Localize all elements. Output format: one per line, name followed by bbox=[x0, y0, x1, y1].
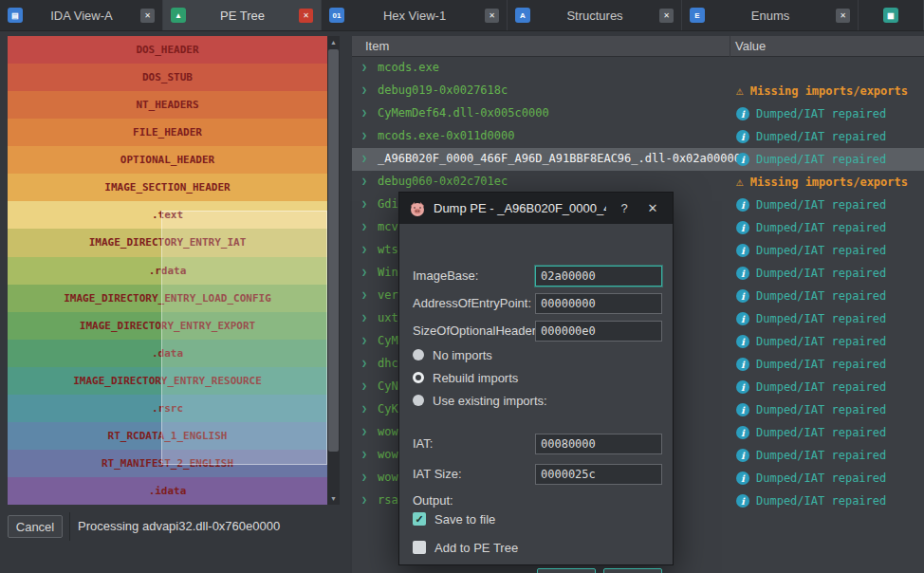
status-text: Dumped/IAT repaired bbox=[756, 449, 886, 462]
close-icon[interactable]: ✕ bbox=[642, 201, 663, 215]
pe-map-band-label: DOS_STUB bbox=[142, 71, 193, 83]
hex-value-input[interactable] bbox=[535, 321, 662, 342]
tab[interactable]: ▲ PE Tree ✕ bbox=[163, 0, 322, 30]
tab[interactable]: ▤ IDA View-A ✕ bbox=[0, 0, 163, 30]
radio-row[interactable]: No imports bbox=[399, 343, 673, 366]
scrollbar-thumb[interactable] bbox=[328, 49, 339, 452]
info-icon: i bbox=[736, 335, 749, 348]
checkbox-label: Add to PE Tree bbox=[434, 541, 518, 555]
pe-map-band[interactable]: .idata bbox=[8, 477, 327, 505]
tab[interactable]: ▦ ✕ bbox=[859, 0, 924, 30]
chevron-right-icon[interactable]: ❯ bbox=[361, 471, 367, 482]
radio-icon[interactable] bbox=[413, 395, 424, 406]
pe-map-band[interactable]: DOS_HEADER bbox=[8, 36, 327, 64]
processing-cancel-button[interactable]: Cancel bbox=[8, 515, 63, 538]
scroll-down-icon[interactable]: ▼ bbox=[327, 492, 340, 505]
hex-value-input[interactable] bbox=[535, 266, 662, 286]
pe-map-band[interactable]: IMAGE_SECTION_HEADER bbox=[8, 174, 327, 201]
checkbox-row[interactable]: ✓ Add to PE Tree bbox=[399, 533, 673, 562]
status-bar: Cancel Processing advapi32.dll-0x760e000… bbox=[0, 505, 347, 573]
chevron-right-icon[interactable]: ❯ bbox=[361, 335, 367, 345]
table-row[interactable]: ❯ CyMemDef64.dll-0x005c0000 i ⚠ Dumped/I… bbox=[352, 102, 924, 125]
status-text: Missing imports/exports bbox=[750, 84, 908, 98]
tab-label: IDA View-A bbox=[23, 9, 140, 23]
tree-item-label: CyMemDef64.dll-0x005c0000 bbox=[378, 106, 549, 120]
chevron-right-icon[interactable]: ❯ bbox=[361, 267, 367, 277]
hex-value-input[interactable] bbox=[535, 293, 662, 314]
tree-item-value: i ⚠ Dumped/IAT repaired bbox=[736, 241, 886, 260]
dialog-title: Dump PE - _A96B020F_0000_4... bbox=[434, 201, 606, 215]
tab-close-icon[interactable]: ✕ bbox=[659, 9, 674, 23]
chevron-right-icon[interactable]: ❯ bbox=[361, 403, 367, 414]
status-text: Dumped/IAT repaired bbox=[756, 426, 886, 439]
checkbox-icon[interactable]: ✓ bbox=[413, 512, 426, 526]
table-row[interactable]: ❯ mcods.exe i ⚠ bbox=[352, 57, 924, 80]
pe-map-band[interactable]: NT_HEADERS bbox=[8, 91, 327, 119]
chevron-right-icon[interactable]: ❯ bbox=[361, 62, 367, 72]
status-text: Dumped/IAT repaired bbox=[756, 403, 886, 416]
chevron-right-icon[interactable]: ❯ bbox=[361, 130, 367, 140]
tree-item-label: mcods.exe bbox=[378, 61, 439, 74]
tab-icon: E bbox=[690, 8, 705, 23]
checkbox-row[interactable]: ✓ Save to file bbox=[399, 505, 673, 533]
tab[interactable]: E Enums ✕ bbox=[682, 0, 859, 30]
column-header-item[interactable]: Item bbox=[365, 39, 389, 53]
info-icon: i bbox=[736, 471, 749, 485]
radio-icon[interactable] bbox=[413, 372, 424, 383]
info-icon: i bbox=[736, 289, 749, 303]
help-button[interactable]: ? bbox=[614, 201, 635, 215]
tab-close-icon[interactable]: ✕ bbox=[140, 9, 155, 23]
radio-row[interactable]: Rebuild imports bbox=[399, 366, 673, 389]
chevron-right-icon[interactable]: ❯ bbox=[361, 107, 367, 118]
import-mode-radios: No imports Rebuild imports Use existing … bbox=[399, 343, 673, 412]
cancel-button[interactable]: Cancel bbox=[603, 568, 662, 573]
chevron-right-icon[interactable]: ❯ bbox=[361, 221, 367, 231]
chevron-right-icon[interactable]: ❯ bbox=[361, 198, 367, 209]
tab-close-icon[interactable]: ✕ bbox=[836, 9, 850, 23]
radio-row[interactable]: Use existing imports: bbox=[399, 389, 673, 412]
column-divider[interactable] bbox=[730, 36, 730, 57]
status-text: Dumped/IAT repaired bbox=[756, 198, 886, 212]
chevron-right-icon[interactable]: ❯ bbox=[361, 153, 367, 163]
tab-close-icon[interactable]: ✕ bbox=[299, 9, 313, 23]
pe-map-band[interactable]: FILE_HEADER bbox=[8, 119, 327, 146]
chevron-right-icon[interactable]: ❯ bbox=[361, 244, 367, 254]
iat-input[interactable] bbox=[535, 434, 662, 454]
tab[interactable]: 01 Hex View-1 ✕ bbox=[322, 0, 508, 30]
pe-map-band[interactable]: OPTIONAL_HEADER bbox=[8, 146, 327, 174]
radio-icon[interactable] bbox=[413, 349, 424, 360]
chevron-right-icon[interactable]: ❯ bbox=[361, 176, 367, 186]
table-row[interactable]: ❯ mcods.exe-0x011d0000 i ⚠ Dumped/IAT re… bbox=[352, 125, 924, 148]
radio-label: No imports bbox=[433, 348, 492, 362]
warning-icon: ⚠ bbox=[736, 176, 744, 189]
table-row[interactable]: ❯ debug019-0x0027618c i ⚠ Missing import… bbox=[352, 80, 924, 102]
checkbox-icon[interactable]: ✓ bbox=[413, 541, 426, 554]
chevron-right-icon[interactable]: ❯ bbox=[361, 84, 367, 95]
table-row[interactable]: ❯ debug060-0x02c701ec i ⚠ Missing import… bbox=[352, 171, 924, 194]
scroll-up-icon[interactable]: ▲ bbox=[327, 36, 340, 48]
tab-close-icon[interactable]: ✕ bbox=[485, 9, 499, 23]
status-text: Dumped/IAT repaired bbox=[756, 471, 886, 485]
pe-map-band-label: DOS_HEADER bbox=[136, 44, 198, 56]
chevron-right-icon[interactable]: ❯ bbox=[361, 312, 367, 323]
status-text: Dumped/IAT repaired bbox=[756, 380, 886, 394]
status-text: Dumped/IAT repaired bbox=[756, 221, 886, 234]
dialog-titlebar[interactable]: Dump PE - _A96B020F_0000_4... ? ✕ bbox=[399, 193, 673, 224]
dump-button[interactable]: Dump bbox=[537, 568, 596, 573]
chevron-right-icon[interactable]: ❯ bbox=[361, 380, 367, 391]
pe-map-band[interactable]: DOS_STUB bbox=[8, 64, 327, 91]
iat-size-input[interactable] bbox=[535, 464, 662, 485]
table-row[interactable]: ❯ _A96B020F_0000_466F_A96D_A91BBF8EAC96_… bbox=[352, 148, 924, 171]
chevron-right-icon[interactable]: ❯ bbox=[361, 426, 367, 436]
map-viewport-overlay[interactable] bbox=[161, 211, 327, 465]
chevron-right-icon[interactable]: ❯ bbox=[361, 449, 367, 459]
chevron-right-icon[interactable]: ❯ bbox=[361, 494, 367, 505]
tree-item-value: i ⚠ Missing imports/exports bbox=[736, 82, 908, 101]
column-header-value[interactable]: Value bbox=[735, 39, 766, 53]
chevron-right-icon[interactable]: ❯ bbox=[361, 358, 367, 368]
tab[interactable]: A Structures ✕ bbox=[508, 0, 682, 30]
tab-label: Hex View-1 bbox=[344, 9, 485, 23]
tree-item-value: i ⚠ Dumped/IAT repaired bbox=[736, 264, 886, 283]
chevron-right-icon[interactable]: ❯ bbox=[361, 289, 367, 300]
map-scrollbar[interactable]: ▲ ▼ bbox=[327, 36, 340, 505]
